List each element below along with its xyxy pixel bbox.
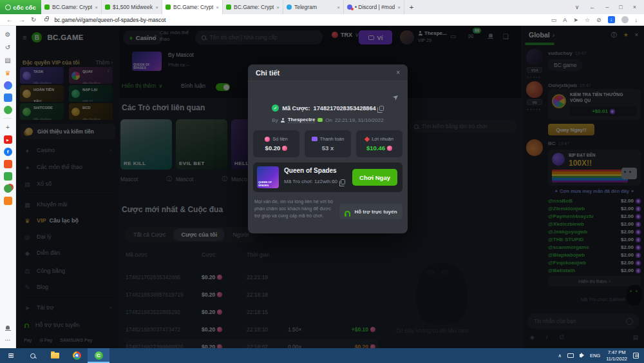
browser-sidebar: ⚙ ↺ ▤ ♛ + ▶ f ⋯ xyxy=(0,26,16,348)
chrome-icon[interactable] xyxy=(66,348,88,363)
by-label: By xyxy=(272,117,278,123)
ssl-lock-icon[interactable] xyxy=(44,18,48,21)
translate-icon[interactable]: A xyxy=(563,17,567,23)
tab-close-icon[interactable]: × xyxy=(95,5,98,10)
browser-tab-telegram[interactable]: Telegram × xyxy=(283,0,344,14)
more-options-icon[interactable]: ⋯ xyxy=(3,335,12,344)
profit-icon xyxy=(365,136,370,141)
play-now-button[interactable]: Chơi Ngay xyxy=(352,169,397,186)
coccoc-taskbar-icon[interactable]: C xyxy=(88,348,109,363)
reload-icon[interactable]: ↻ xyxy=(31,17,36,23)
file-explorer-icon[interactable] xyxy=(44,348,66,363)
tab-title: $1,500 Midweek Mascot Mu xyxy=(113,4,153,10)
calendar-promo-icon[interactable] xyxy=(4,172,12,181)
adblock-shield-icon[interactable]: ⊘ xyxy=(596,17,601,23)
tab-title: Telegram xyxy=(294,4,334,10)
bookmark-star-icon[interactable]: ☆ xyxy=(585,17,590,23)
tab-search-icon[interactable]: ∨ xyxy=(575,4,580,10)
close-window-button[interactable]: × xyxy=(633,4,636,10)
live-support-button[interactable]: Hỗ trợ trực tuyến xyxy=(339,204,402,219)
shop-icon[interactable] xyxy=(4,160,12,168)
coccoc-logo-icon xyxy=(5,5,11,10)
bet-id-label: Mã Cược: xyxy=(282,105,310,112)
notifications-bell-icon[interactable] xyxy=(5,326,11,331)
network-icon[interactable] xyxy=(567,353,574,358)
tab-close-icon[interactable]: × xyxy=(216,5,219,10)
player-name[interactable]: Thespectre xyxy=(288,117,316,123)
screen: cốc cốc BC.Game: Crypto Casino Ga × $1,5… xyxy=(0,0,644,363)
new-tab-button[interactable]: + xyxy=(404,0,419,14)
stat-payout: Thanh toán 53 x xyxy=(305,130,351,157)
verified-check-icon: ✓ xyxy=(272,104,279,112)
divider xyxy=(3,118,12,119)
tab-title: BC.Game: Crypto Casino Ga xyxy=(52,4,92,10)
copy-icon[interactable] xyxy=(379,106,384,111)
settings-gear-icon[interactable]: ⚙ xyxy=(3,30,12,39)
game-thumbnail[interactable]: QUEEN OF SPADES xyxy=(257,166,279,188)
crocodile-emoji xyxy=(317,118,323,122)
tab-close-icon[interactable]: × xyxy=(397,5,401,10)
tab-close-icon[interactable]: × xyxy=(155,5,158,10)
coccoc-brand[interactable]: cốc cốc xyxy=(0,0,41,14)
cart-icon[interactable] xyxy=(4,197,12,205)
vip-crown-icon[interactable]: ♛ xyxy=(3,68,12,77)
browser-tab-1[interactable]: BC.Game: Crypto Casino Ga × xyxy=(41,0,102,14)
minimize-button[interactable]: – xyxy=(605,4,609,10)
history-icon[interactable]: ↺ xyxy=(3,43,12,52)
facebook-icon[interactable]: f xyxy=(4,148,12,156)
action-center-icon[interactable] xyxy=(633,353,639,358)
url-text[interactable]: bc.game/vi/game/queen-of-spades-by-masco… xyxy=(54,17,166,23)
youtube-icon[interactable]: ▶ xyxy=(4,135,12,144)
language-indicator[interactable]: ENG xyxy=(590,353,600,358)
add-shortcut-icon[interactable]: + xyxy=(3,123,12,132)
extension-download-icon[interactable]: ↓ xyxy=(608,16,615,23)
save-media-icon[interactable]: ▭ xyxy=(551,17,557,23)
boss-mode-icon[interactable]: ← xyxy=(589,4,595,10)
deals-icon[interactable] xyxy=(4,184,12,193)
modal-game-card: QUEEN OF SPADES Queen of Spades Mã Trò c… xyxy=(253,162,402,192)
player-avatar-icon xyxy=(281,118,285,123)
volume-icon[interactable] xyxy=(580,354,582,357)
messenger-icon[interactable] xyxy=(4,81,12,90)
telegram-favicon xyxy=(287,5,292,10)
tab-title: BC.Game: Crypto Casino Ga xyxy=(234,4,274,10)
bcgame-favicon xyxy=(44,5,50,10)
zalo-icon[interactable] xyxy=(4,93,12,102)
tab-title: • Discord | #mod-announc xyxy=(355,4,395,10)
browser-tab-strip: cốc cốc BC.Game: Crypto Casino Ga × $1,5… xyxy=(0,0,644,14)
taskbar-search-icon[interactable] xyxy=(22,348,44,363)
share-icon[interactable]: ➤ xyxy=(391,92,401,103)
bcd-coin-icon xyxy=(387,146,392,151)
game-code: Mã Trò chơi: 1z2wih:60 xyxy=(284,179,345,184)
start-button[interactable]: ⊞ xyxy=(0,348,22,363)
browser-tab-2[interactable]: $1,500 Midweek Mascot Mu × xyxy=(102,0,162,14)
share-icon[interactable]: ➤ xyxy=(573,17,578,23)
maximize-button[interactable]: □ xyxy=(619,4,622,10)
bet-timestamp: 22:21:19, 31/10/2022 xyxy=(335,117,384,123)
on-label: On xyxy=(325,117,332,123)
browser-tab-3-active[interactable]: BC.Game: Crypto Casino Ga × xyxy=(162,0,223,14)
bet-details-modal: Chi tiết × ➤ ✓ Mã Cược: 1748217028353428… xyxy=(248,64,408,233)
reading-list-icon[interactable]: ▤ xyxy=(3,55,12,64)
browser-address-bar: ← → ↻ bc.game/vi/game/queen-of-spades-by… xyxy=(0,14,644,26)
games-icon[interactable] xyxy=(4,106,12,114)
downloads-icon[interactable]: ↓ xyxy=(635,17,638,23)
tab-title: BC.Game: Crypto Casino Ga xyxy=(173,4,213,10)
bcgame-page: ≡ B BC.GAME Đặc quyền VIP của tôi Thêm› … xyxy=(16,26,644,348)
support-note-text: Mọi vấn đề, xin vui lòng liên hệ với bộ … xyxy=(254,199,337,220)
forward-icon[interactable]: → xyxy=(19,17,25,23)
modal-close-icon[interactable]: × xyxy=(396,69,400,76)
tray-expand-icon[interactable]: ∧ xyxy=(558,353,562,358)
stat-profit: Lợi nhuận $10.46 xyxy=(356,130,402,157)
bet-id-value: 1748217028353428864 xyxy=(314,105,376,112)
tab-close-icon[interactable]: × xyxy=(337,5,340,10)
tab-close-icon[interactable]: × xyxy=(276,5,279,10)
back-icon[interactable]: ← xyxy=(6,17,13,23)
copy-icon[interactable] xyxy=(341,179,345,184)
browser-tab-4[interactable]: BC.Game: Crypto Casino Ga × xyxy=(223,0,283,14)
profile-avatar[interactable] xyxy=(621,16,629,23)
headset-icon xyxy=(345,211,350,215)
taskbar-clock[interactable]: 7:47 PM 11/1/2022 xyxy=(606,349,627,362)
browser-tab-discord[interactable]: • Discord | #mod-announc × xyxy=(344,0,404,14)
game-title: Queen of Spades xyxy=(284,167,337,174)
